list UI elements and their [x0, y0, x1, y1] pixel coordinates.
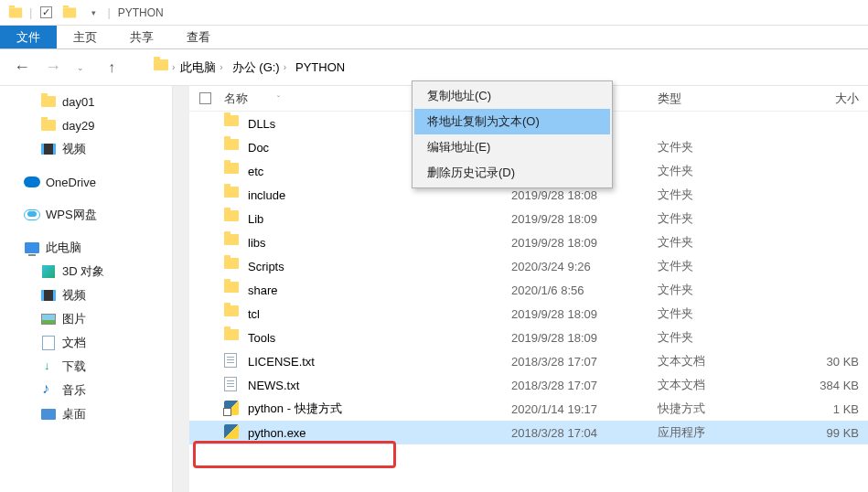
tree-item[interactable]: 此电脑: [0, 236, 172, 260]
file-row[interactable]: python - 快捷方式2020/1/14 19:17快捷方式1 KB: [189, 397, 868, 421]
video-icon: [40, 141, 57, 157]
music-icon: [40, 382, 57, 399]
nav-history-dropdown[interactable]: ⌄: [68, 55, 93, 80]
file-date: 2020/3/24 9:26: [511, 260, 658, 273]
folder-icon: [224, 163, 241, 179]
file-date: 2019/9/28 18:09: [511, 236, 658, 250]
tree-item[interactable]: day29: [0, 113, 172, 137]
folder-icon: [224, 329, 241, 346]
tree-item[interactable]: 3D 对象: [0, 260, 172, 283]
file-row[interactable]: NEWS.txt2018/3/28 17:07文本文档384 KB: [189, 373, 868, 397]
folder-icon: [224, 282, 241, 298]
folder-icon: [224, 115, 241, 132]
title-bar: | ✓ ▾ | PYTHON: [0, 0, 868, 26]
file-type: 应用程序: [658, 424, 777, 441]
breadcrumb-drive-icon: [154, 59, 170, 76]
tree-item-label: day01: [62, 95, 94, 109]
file-type: 文件夹: [658, 163, 777, 179]
nav-up-button[interactable]: ↑: [99, 55, 124, 80]
context-menu-item[interactable]: 删除历史记录(D): [414, 160, 610, 186]
address-bar[interactable]: › 此电脑› 办公 (G:)› PYTHON: [148, 55, 859, 80]
file-row[interactable]: Tools2019/9/28 18:09文件夹: [189, 326, 868, 349]
file-row[interactable]: Scripts2020/3/24 9:26文件夹: [189, 254, 868, 278]
pic-icon: [40, 311, 57, 327]
pc-icon: [24, 240, 40, 256]
file-size: 384 KB: [777, 379, 868, 392]
file-row[interactable]: Lib2019/9/28 18:09文件夹: [189, 207, 868, 230]
qat-separator: |: [29, 5, 32, 19]
tab-share[interactable]: 共享: [113, 26, 170, 48]
file-type: 文件夹: [658, 210, 777, 227]
nav-back-button[interactable]: ←: [9, 55, 35, 80]
file-name: DLLs: [248, 117, 275, 131]
folder-icon: [224, 187, 241, 203]
breadcrumb-sep[interactable]: ›: [172, 62, 175, 72]
tree-item[interactable]: day01: [0, 90, 172, 113]
desk-icon: [40, 406, 57, 422]
lnk-icon: [224, 401, 241, 417]
qat-folder-icon[interactable]: [5, 3, 26, 23]
tree-item[interactable]: 音乐: [0, 379, 172, 402]
tree-item[interactable]: OneDrive: [0, 170, 172, 194]
folder-icon: [224, 139, 241, 155]
file-row[interactable]: python.exe2018/3/28 17:04应用程序99 KB: [189, 421, 868, 444]
file-type: 文本文档: [658, 353, 777, 369]
file-name: Lib: [248, 212, 263, 226]
tree-item[interactable]: 桌面: [0, 402, 172, 426]
file-date: 2018/3/28 17:07: [511, 355, 658, 369]
wps-icon: [24, 207, 40, 223]
tree-item-label: 视频: [62, 141, 86, 157]
file-size: 30 KB: [777, 355, 868, 369]
qat-dropdown[interactable]: ▾: [83, 3, 103, 23]
qat-properties-checkbox[interactable]: ✓: [36, 3, 56, 23]
qat-folder-icon-2[interactable]: [59, 3, 80, 23]
file-date: 2018/3/28 17:07: [511, 379, 658, 392]
tab-view[interactable]: 查看: [170, 26, 227, 48]
tree-item[interactable]: 图片: [0, 307, 172, 331]
nav-forward-button[interactable]: →: [40, 55, 66, 80]
file-type: 文本文档: [658, 377, 777, 393]
file-date: 2019/9/28 18:09: [511, 331, 658, 345]
tab-home[interactable]: 主页: [57, 26, 113, 48]
file-row[interactable]: tcl2019/9/28 18:09文件夹: [189, 302, 868, 326]
file-name: tcl: [248, 307, 260, 321]
tree-item[interactable]: 文档: [0, 331, 172, 355]
navigation-pane[interactable]: day01day29视频OneDriveWPS网盘此电脑3D 对象视频图片文档下…: [0, 86, 173, 492]
breadcrumb-part-pc[interactable]: 此电脑›: [177, 58, 226, 78]
file-date: 2019/9/28 18:09: [511, 307, 658, 321]
window-title: PYTHON: [118, 6, 164, 19]
3d-icon: [40, 263, 57, 280]
col-header-type[interactable]: 类型: [658, 91, 777, 107]
tree-item[interactable]: 下载: [0, 355, 172, 379]
context-menu-item[interactable]: 将地址复制为文本(O): [414, 109, 610, 134]
breadcrumb-part-drive[interactable]: 办公 (G:)›: [229, 58, 290, 78]
file-row[interactable]: LICENSE.txt2018/3/28 17:07文本文档30 KB: [189, 349, 868, 373]
file-type: 文件夹: [658, 282, 777, 298]
tree-item-label: 3D 对象: [62, 263, 104, 280]
tree-item-label: 文档: [62, 335, 86, 351]
file-name: python - 快捷方式: [248, 401, 342, 417]
tab-file[interactable]: 文件: [0, 26, 57, 48]
file-name: Scripts: [248, 260, 284, 273]
context-menu-item[interactable]: 编辑地址(E): [414, 134, 610, 160]
tree-item[interactable]: 视频: [0, 283, 172, 307]
context-menu-item[interactable]: 复制地址(C): [414, 83, 610, 109]
col-header-size[interactable]: 大小: [777, 91, 868, 107]
file-name: share: [248, 283, 278, 297]
tree-item[interactable]: 视频: [0, 137, 172, 161]
file-size: 1 KB: [777, 402, 868, 416]
folder-icon: [40, 93, 57, 110]
breadcrumb-part-folder[interactable]: PYTHON: [292, 59, 348, 76]
sort-indicator-icon: ˇ: [277, 94, 280, 103]
doc-icon: [40, 335, 57, 351]
tree-item-label: OneDrive: [46, 176, 96, 189]
file-type: 文件夹: [658, 234, 777, 251]
file-date: 2019/9/28 18:09: [511, 212, 658, 226]
tree-item[interactable]: WPS网盘: [0, 203, 172, 227]
col-header-checkbox[interactable]: [189, 92, 220, 104]
folder-icon: [224, 305, 241, 322]
file-row[interactable]: libs2019/9/28 18:09文件夹: [189, 230, 868, 254]
tree-item-label: 桌面: [62, 406, 86, 422]
file-row[interactable]: share2020/1/6 8:56文件夹: [189, 278, 868, 302]
onedrive-icon: [24, 174, 40, 190]
